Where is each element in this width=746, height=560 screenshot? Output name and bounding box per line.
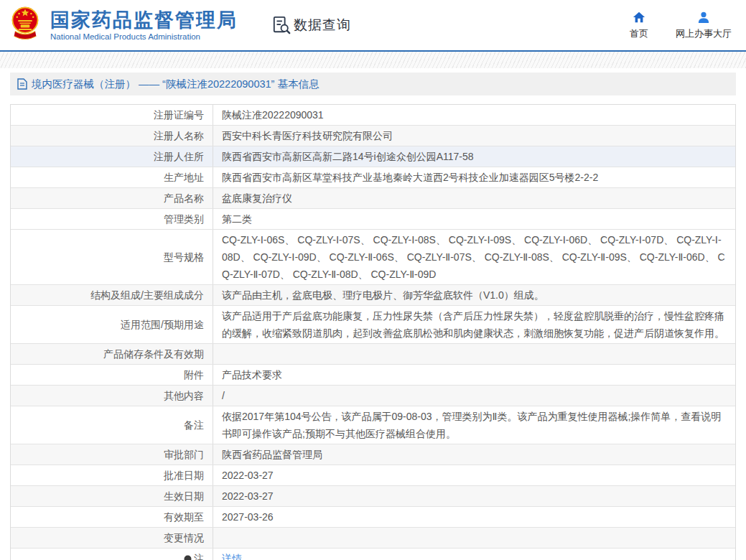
row-label: 结构及组成/主要组成成分 [11, 285, 213, 305]
row-label: 注册证编号 [11, 105, 213, 125]
table-row: 型号规格 CQ-ZLY-Ⅰ-06S、 CQ-ZLY-Ⅰ-07S、 CQ-ZLY-… [11, 229, 735, 284]
table-row: 其他内容 / [11, 385, 735, 406]
row-label: 型号规格 [11, 230, 213, 284]
page-title: 境内医疗器械（注册） —— “陕械注准20222090031” 基本信息 [32, 78, 319, 91]
row-value: / [213, 386, 735, 406]
row-label: 生产地址 [11, 167, 213, 187]
table-row: 注册证编号 陕械注准20222090031 [11, 105, 735, 125]
row-label: 附件 [11, 365, 213, 385]
row-value: 2022-03-27 [213, 486, 735, 506]
row-label: 注册人住所 [11, 146, 213, 167]
row-label: 有效期至 [11, 507, 213, 527]
data-query-section[interactable]: 数据查询 [272, 16, 351, 34]
row-label: 注 [11, 549, 213, 560]
page-header: 国家药品监督管理局 National Medical Products Admi… [0, 0, 746, 52]
row-value: 2027-03-26 [213, 507, 735, 527]
table-row: 产品储存条件及有效期 [11, 343, 735, 364]
row-label: 管理类别 [11, 209, 213, 229]
registration-info-table: 注册证编号 陕械注准20222090031 注册人名称 西安中科长青医疗科技研究… [10, 104, 736, 560]
row-value: 产品技术要求 [213, 365, 735, 385]
site-logo[interactable]: 国家药品监督管理局 National Medical Products Admi… [10, 6, 238, 45]
table-row: 生产地址 陕西省西安市高新区草堂科技产业基地秦岭大道西2号科技企业加速器园区5号… [11, 167, 735, 187]
national-emblem-icon [10, 6, 40, 45]
table-row: 变更情况 [11, 527, 735, 548]
table-row-note: 注 详情 [11, 548, 735, 560]
row-value [213, 344, 735, 364]
row-label: 审批部门 [11, 444, 213, 465]
site-name-en: National Medical Products Administration [50, 32, 238, 41]
data-query-icon [272, 16, 291, 34]
breadcrumb: 境内医疗器械（注册） —— “陕械注准20222090031” 基本信息 [10, 73, 736, 95]
table-row: 管理类别 第二类 [11, 208, 735, 229]
row-value: 2022-03-27 [213, 465, 735, 485]
row-value: 陕械注准20222090031 [213, 105, 735, 125]
table-row: 审批部门 陕西省药品监督管理局 [11, 444, 735, 465]
table-row: 注册人住所 陕西省西安市高新区高新二路14号i创途众创公园A117-58 [11, 146, 735, 167]
site-name-cn: 国家药品监督管理局 [50, 9, 238, 31]
note-label: 注 [194, 550, 204, 560]
table-row: 注册人名称 西安中科长青医疗科技研究院有限公司 [11, 125, 735, 146]
detail-link[interactable]: 详情 [222, 550, 242, 560]
row-label: 批准日期 [11, 465, 213, 485]
row-value: 依据2017年第104号公告，该产品属于09-08-03，管理类别为Ⅱ类。该产品… [213, 406, 735, 444]
table-row: 批准日期 2022-03-27 [11, 465, 735, 485]
table-row: 附件 产品技术要求 [11, 364, 735, 385]
row-label: 生效日期 [11, 486, 213, 506]
user-icon [697, 11, 710, 24]
row-value: 陕西省药品监督管理局 [213, 444, 735, 465]
data-query-label: 数据查询 [294, 16, 351, 34]
row-value: 西安中科长青医疗科技研究院有限公司 [213, 126, 735, 146]
row-label: 注册人名称 [11, 126, 213, 146]
table-row: 结构及组成/主要组成成分 该产品由主机，盆底电极、理疗电极片、御芳华盆底软件（V… [11, 284, 735, 305]
row-label: 产品名称 [11, 188, 213, 208]
nav-service-hall[interactable]: 网上办事大厅 [676, 11, 732, 40]
row-label: 变更情况 [11, 528, 213, 548]
table-row: 适用范围/预期用途 该产品适用于产后盆底功能康复，压力性尿失禁（含产后压力性尿失… [11, 305, 735, 343]
table-row: 产品名称 盆底康复治疗仪 [11, 187, 735, 208]
row-label: 适用范围/预期用途 [11, 306, 213, 343]
row-label: 产品储存条件及有效期 [11, 344, 213, 364]
table-row: 有效期至 2027-03-26 [11, 506, 735, 527]
document-icon [17, 78, 27, 90]
nav-service-hall-label: 网上办事大厅 [676, 27, 732, 40]
row-value [213, 528, 735, 548]
row-value: 详情 [213, 549, 735, 560]
row-label: 其他内容 [11, 386, 213, 406]
row-value: CQ-ZLY-Ⅰ-06S、 CQ-ZLY-Ⅰ-07S、 CQ-ZLY-Ⅰ-08S… [213, 230, 735, 284]
nav-home-label: 首页 [630, 27, 648, 40]
hatch-divider [0, 52, 746, 68]
row-value: 第二类 [213, 209, 735, 229]
note-icon [184, 555, 192, 560]
table-row: 生效日期 2022-03-27 [11, 485, 735, 506]
home-icon [633, 11, 645, 24]
row-value: 该产品适用于产后盆底功能康复，压力性尿失禁（含产后压力性尿失禁），轻度盆腔肌脱垂… [213, 306, 735, 343]
row-value: 陕西省西安市高新区草堂科技产业基地秦岭大道西2号科技企业加速器园区5号楼2-2-… [213, 167, 735, 187]
row-value: 陕西省西安市高新区高新二路14号i创途众创公园A117-58 [213, 146, 735, 167]
row-label: 备注 [11, 406, 213, 444]
row-value: 盆底康复治疗仪 [213, 188, 735, 208]
table-row: 备注 依据2017年第104号公告，该产品属于09-08-03，管理类别为Ⅱ类。… [11, 406, 735, 444]
row-value: 该产品由主机，盆底电极、理疗电极片、御芳华盆底软件（V1.0）组成。 [213, 285, 735, 305]
top-nav: 首页 网上办事大厅 [630, 11, 732, 40]
nav-home[interactable]: 首页 [630, 11, 648, 40]
